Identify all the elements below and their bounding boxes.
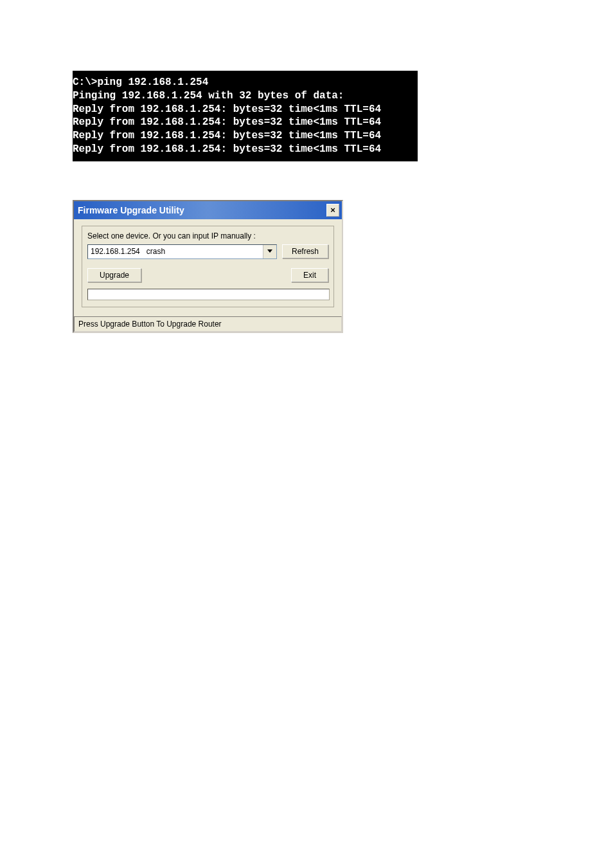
terminal-line: C:\>ping 192.168.1.254 (73, 76, 418, 89)
terminal-line: Reply from 192.168.1.254: bytes=32 time<… (73, 129, 418, 143)
close-icon: × (330, 205, 335, 215)
upgrade-button[interactable]: Upgrade (87, 268, 141, 282)
terminal-line: Pinging 192.168.1.254 with 32 bytes of d… (73, 89, 418, 103)
device-combobox[interactable] (87, 244, 277, 259)
dropdown-arrow[interactable] (263, 245, 276, 258)
instruction-label: Select one device. Or you can input IP m… (87, 231, 328, 240)
terminal-output: C:\>ping 192.168.1.254 Pinging 192.168.1… (73, 71, 418, 161)
refresh-button[interactable]: Refresh (282, 244, 328, 258)
dialog-title: Firmware Upgrade Utility (76, 205, 184, 215)
close-button[interactable]: × (326, 204, 339, 217)
terminal-line: Reply from 192.168.1.254: bytes=32 time<… (73, 143, 418, 156)
titlebar[interactable]: Firmware Upgrade Utility × (74, 201, 342, 219)
progress-bar (87, 289, 330, 300)
terminal-line: Reply from 192.168.1.254: bytes=32 time<… (73, 116, 418, 129)
firmware-upgrade-dialog: Firmware Upgrade Utility × Select one de… (73, 200, 343, 333)
status-bar: Press Upgrade Button To Upgrade Router (74, 316, 342, 332)
dialog-body: Select one device. Or you can input IP m… (74, 219, 342, 316)
chevron-down-icon (267, 249, 272, 253)
device-input[interactable] (88, 245, 263, 258)
exit-button[interactable]: Exit (291, 268, 328, 282)
terminal-line: Reply from 192.168.1.254: bytes=32 time<… (73, 103, 418, 116)
device-select-group: Select one device. Or you can input IP m… (82, 226, 334, 307)
